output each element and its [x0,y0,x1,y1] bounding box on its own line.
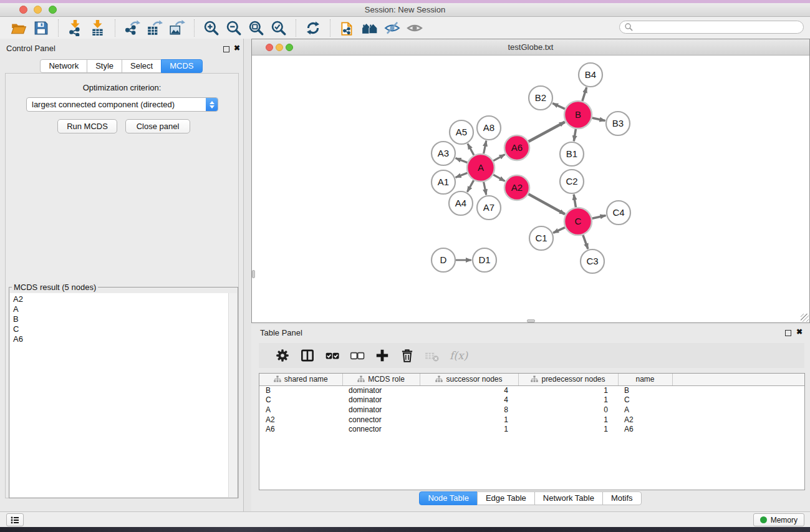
run-mcds-button[interactable]: Run MCDS [57,119,117,133]
network-vscroll-thumb[interactable] [252,270,255,278]
tab-network[interactable]: Network [40,59,87,73]
column-header-successor-nodes[interactable]: successor nodes [420,374,518,385]
edge-B-B3[interactable] [592,118,605,121]
graph-node-d1[interactable]: D1 [473,248,496,272]
graph-node-a2[interactable]: A2 [504,175,529,200]
graph-node-a[interactable]: A [467,154,494,181]
graph-node-b4[interactable]: B4 [579,63,602,87]
panel-toggle-button[interactable] [6,513,24,526]
network-canvas[interactable]: B4B2BB3A8A5A6A3B1AA1C2A2A4A7CC4C1C3DD1 [252,56,809,322]
network-window-minimize-button[interactable] [276,44,283,51]
edge-A-A2[interactable] [493,175,505,181]
add-row-button[interactable] [370,346,395,365]
select-all-button[interactable] [320,346,345,365]
column-header-mcds-role[interactable]: MCDS role [342,374,420,385]
search-field[interactable] [619,21,804,34]
graph-node-b[interactable]: B [564,101,592,128]
network-hscroll-thumb[interactable] [527,319,535,322]
graph-node-a3[interactable]: A3 [432,142,455,165]
edge-A-A1[interactable] [456,173,468,177]
zoom-fit-button[interactable] [245,19,268,37]
table-row-a2[interactable]: A2connector11A2 [259,415,804,425]
edge-C-C2[interactable] [574,195,576,208]
refresh-layout-button[interactable] [302,19,324,37]
criterion-select[interactable]: largest connected component (directed) [26,97,218,112]
graph-node-c3[interactable]: C3 [581,249,604,273]
column-header-name[interactable]: name [618,374,672,385]
show-hide-view-button[interactable] [403,19,426,37]
graph-node-b1[interactable]: B1 [560,142,584,166]
window-zoom-button[interactable] [49,6,57,14]
result-scrollbar[interactable] [228,293,237,497]
open-network-file-button[interactable] [336,19,359,37]
tab-select[interactable]: Select [122,59,162,73]
edge-A-A8[interactable] [484,141,486,154]
table-row-a6[interactable]: A6connector11A6 [259,424,804,434]
zoom-in-button[interactable] [200,19,223,37]
edge-A6-B[interactable] [529,122,565,142]
tab-style[interactable]: Style [87,59,122,73]
import-network-button[interactable] [64,19,87,37]
graph-node-c2[interactable]: C2 [560,170,584,193]
edge-A-A7[interactable] [484,182,486,195]
result-item-a6[interactable]: A6 [10,334,228,344]
graph-node-a6[interactable]: A6 [504,135,529,160]
graph-node-b2[interactable]: B2 [529,86,552,110]
edge-A-A3[interactable] [456,158,468,163]
search-input[interactable] [634,22,803,32]
tab-node-table[interactable]: Node Table [419,491,478,505]
tab-mcds[interactable]: MCDS [161,59,202,73]
graph-node-c4[interactable]: C4 [607,201,630,225]
memory-button[interactable]: Memory [753,513,804,526]
edge-A2-C[interactable] [528,194,565,214]
save-session-button[interactable] [30,19,52,37]
network-window-zoom-button[interactable] [286,44,293,51]
open-session-button[interactable] [7,19,30,37]
result-item-a[interactable]: A [10,304,228,314]
graph-node-d[interactable]: D [432,248,455,272]
edge-B-B4[interactable] [582,87,587,101]
close-panel-icon[interactable]: ✖ [234,44,240,52]
column-header-shared-name[interactable]: shared name [259,374,342,385]
zoom-selected-button[interactable] [268,19,290,37]
graph-node-a4[interactable]: A4 [449,191,473,215]
tab-motifs[interactable]: Motifs [602,491,642,505]
function-builder-button[interactable]: f(x) [445,349,473,362]
delete-selected-button[interactable] [395,346,420,365]
graph-node-a5[interactable]: A5 [450,120,473,144]
window-resize-grip[interactable] [801,314,809,322]
tab-edge-table[interactable]: Edge Table [477,491,535,505]
column-header-predecessor-nodes[interactable]: predecessor nodes [518,374,618,385]
edge-B-B1[interactable] [574,129,576,142]
window-minimize-button[interactable] [34,6,42,14]
export-image-button[interactable] [166,19,188,37]
edge-A-A5[interactable] [468,143,474,155]
toggle-graphics-details-button[interactable] [381,19,403,37]
result-item-b[interactable]: B [10,314,228,324]
graph-node-a7[interactable]: A7 [477,196,501,220]
float-panel-icon[interactable] [223,46,229,52]
graph-node-c1[interactable]: C1 [529,226,553,250]
graph-node-a1[interactable]: A1 [432,170,455,194]
zoom-out-button[interactable] [223,19,245,37]
show-columns-button[interactable] [295,346,320,365]
table-row-a[interactable]: Adominator80A [259,405,804,415]
edge-C-C1[interactable] [553,228,565,233]
edge-C-C4[interactable] [592,215,606,218]
table-row-c[interactable]: Cdominator41C [259,395,804,405]
home-button[interactable] [359,19,381,37]
network-window-close-button[interactable] [266,44,273,51]
export-network-button[interactable] [121,19,143,37]
table-panel-close-icon[interactable]: ✖ [796,327,803,336]
result-item-c[interactable]: C [10,324,228,334]
graph-node-b3[interactable]: B3 [606,112,630,135]
export-table-button[interactable] [143,19,166,37]
edge-B-B2[interactable] [552,104,565,109]
import-table-button[interactable] [87,19,109,37]
table-settings-button[interactable] [270,346,295,365]
deselect-all-button[interactable] [345,346,370,365]
table-row-b[interactable]: Bdominator41B [259,385,804,395]
graph-node-c[interactable]: C [564,208,592,235]
window-close-button[interactable] [19,6,27,14]
edge-C-C3[interactable] [583,235,588,249]
